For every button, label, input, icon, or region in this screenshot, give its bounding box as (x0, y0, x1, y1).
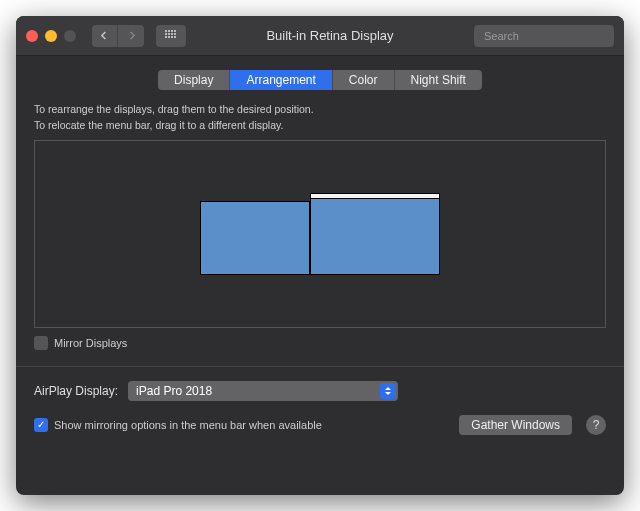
instructions-text: To rearrange the displays, drag them to … (34, 102, 606, 134)
tab-bar: Display Arrangement Color Night Shift (34, 70, 606, 90)
nav-back-forward (92, 25, 144, 47)
airplay-row: AirPlay Display: iPad Pro 2018 (34, 381, 606, 401)
search-input[interactable] (484, 30, 622, 42)
display-secondary[interactable] (200, 201, 310, 275)
show-mirroring-checkbox[interactable] (34, 418, 48, 432)
back-button[interactable] (92, 25, 118, 47)
search-field[interactable] (474, 25, 614, 47)
minimize-icon[interactable] (45, 30, 57, 42)
tab-display[interactable]: Display (158, 70, 230, 90)
airplay-label: AirPlay Display: (34, 384, 118, 398)
menu-bar-indicator[interactable] (311, 194, 439, 199)
instruction-line: To relocate the menu bar, drag it to a d… (34, 118, 606, 134)
chevron-updown-icon (380, 383, 396, 399)
tab-night-shift[interactable]: Night Shift (395, 70, 482, 90)
airplay-display-select[interactable]: iPad Pro 2018 (128, 381, 398, 401)
window-controls (26, 30, 76, 42)
mirror-displays-label: Mirror Displays (54, 337, 127, 349)
system-preferences-window: Built-in Retina Display Display Arrangem… (16, 16, 624, 495)
display-primary[interactable] (310, 193, 440, 275)
close-icon[interactable] (26, 30, 38, 42)
divider (16, 366, 624, 367)
bottom-row: Show mirroring options in the menu bar w… (34, 415, 606, 435)
gather-windows-button[interactable]: Gather Windows (459, 415, 572, 435)
tab-arrangement[interactable]: Arrangement (230, 70, 332, 90)
maximize-icon (64, 30, 76, 42)
mirror-displays-row: Mirror Displays (34, 336, 606, 350)
instruction-line: To rearrange the displays, drag them to … (34, 102, 606, 118)
displays-group (200, 193, 440, 275)
airplay-selected-value: iPad Pro 2018 (136, 384, 212, 398)
mirror-displays-checkbox[interactable] (34, 336, 48, 350)
preferences-body: Display Arrangement Color Night Shift To… (16, 56, 624, 495)
tab-color[interactable]: Color (333, 70, 395, 90)
show-mirroring-label: Show mirroring options in the menu bar w… (54, 419, 322, 431)
grid-icon (165, 30, 177, 42)
arrangement-area[interactable] (34, 140, 606, 328)
forward-button[interactable] (118, 25, 144, 47)
titlebar: Built-in Retina Display (16, 16, 624, 56)
help-button[interactable]: ? (586, 415, 606, 435)
window-title: Built-in Retina Display (194, 28, 466, 43)
show-all-button[interactable] (156, 25, 186, 47)
